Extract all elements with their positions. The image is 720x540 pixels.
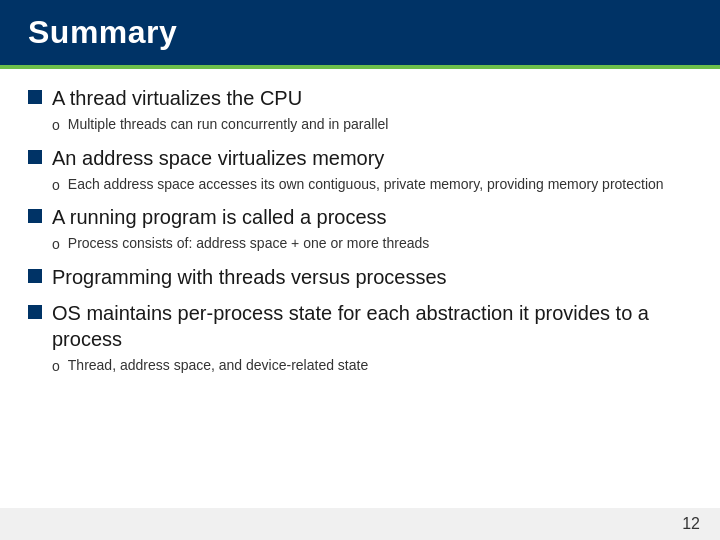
bullet-item-2: An address space virtualizes memory: [28, 145, 692, 171]
sub-text-3-1: Process consists of: address space + one…: [68, 234, 429, 254]
bullet-text-3: A running program is called a process: [52, 204, 387, 230]
bullet-square-5: [28, 305, 42, 319]
sub-item-3-1: o Process consists of: address space + o…: [52, 234, 692, 254]
sub-text-1-1: Multiple threads can run concurrently an…: [68, 115, 389, 135]
bullet-group-5: OS maintains per-process state for each …: [28, 300, 692, 376]
sub-text-2-1: Each address space accesses its own cont…: [68, 175, 664, 195]
slide: Summary A thread virtualizes the CPU o M…: [0, 0, 720, 540]
sub-bullet-5-1: o: [52, 358, 60, 374]
page-number: 12: [682, 515, 700, 533]
slide-header: Summary: [0, 0, 720, 65]
sub-bullet-1-1: o: [52, 117, 60, 133]
bullet-square-3: [28, 209, 42, 223]
bullet-text-2: An address space virtualizes memory: [52, 145, 384, 171]
bullet-group-3: A running program is called a process o …: [28, 204, 692, 254]
bullet-group-1: A thread virtualizes the CPU o Multiple …: [28, 85, 692, 135]
sub-item-2-1: o Each address space accesses its own co…: [52, 175, 692, 195]
bullet-item-1: A thread virtualizes the CPU: [28, 85, 692, 111]
sub-item-1-1: o Multiple threads can run concurrently …: [52, 115, 692, 135]
bullet-square-4: [28, 269, 42, 283]
slide-footer: 12: [0, 508, 720, 540]
bullet-item-3: A running program is called a process: [28, 204, 692, 230]
bullet-text-1: A thread virtualizes the CPU: [52, 85, 302, 111]
bullet-group-4: Programming with threads versus processe…: [28, 264, 692, 290]
bullet-item-4: Programming with threads versus processe…: [28, 264, 692, 290]
bullet-text-5: OS maintains per-process state for each …: [52, 300, 692, 352]
bullet-group-2: An address space virtualizes memory o Ea…: [28, 145, 692, 195]
sub-items-2: o Each address space accesses its own co…: [52, 175, 692, 195]
sub-items-3: o Process consists of: address space + o…: [52, 234, 692, 254]
bullet-item-5: OS maintains per-process state for each …: [28, 300, 692, 352]
bullet-square-2: [28, 150, 42, 164]
sub-bullet-3-1: o: [52, 236, 60, 252]
sub-items-5: o Thread, address space, and device-rela…: [52, 356, 692, 376]
sub-text-5-1: Thread, address space, and device-relate…: [68, 356, 368, 376]
sub-item-5-1: o Thread, address space, and device-rela…: [52, 356, 692, 376]
sub-items-1: o Multiple threads can run concurrently …: [52, 115, 692, 135]
slide-content: A thread virtualizes the CPU o Multiple …: [0, 69, 720, 508]
slide-title: Summary: [28, 14, 177, 51]
bullet-square-1: [28, 90, 42, 104]
sub-bullet-2-1: o: [52, 177, 60, 193]
bullet-text-4: Programming with threads versus processe…: [52, 264, 447, 290]
